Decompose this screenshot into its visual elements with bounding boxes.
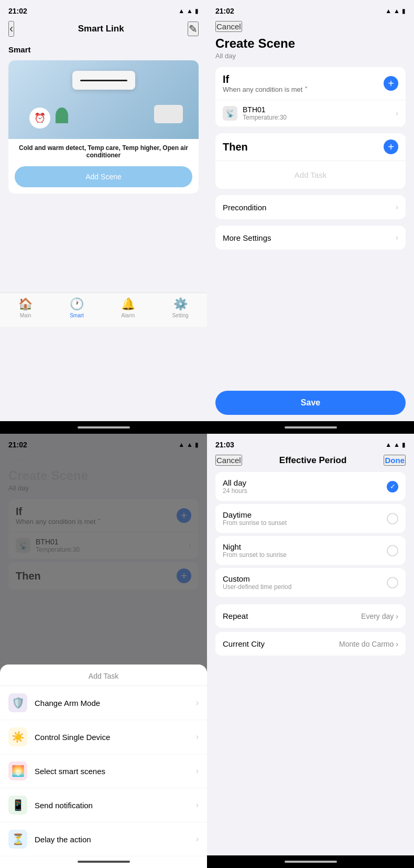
home-icon: 🏠 bbox=[18, 297, 32, 311]
page-title-2: Create Scene bbox=[207, 36, 414, 51]
wifi-icon-2: ▲ bbox=[385, 7, 391, 15]
notification-chevron: › bbox=[196, 800, 199, 810]
done-button[interactable]: Done bbox=[384, 455, 406, 466]
plant-decoration bbox=[56, 108, 68, 123]
more-settings-row[interactable]: More Settings › bbox=[215, 226, 406, 250]
then-add-button[interactable]: + bbox=[384, 140, 398, 154]
ac-strip bbox=[80, 80, 127, 81]
modal-item-delay[interactable]: ⏳ Delay the action › bbox=[0, 822, 207, 856]
then-header: Then + bbox=[215, 133, 406, 161]
period-title: Effective Period bbox=[279, 455, 347, 466]
modal-item-smart-scenes[interactable]: 🌅 Select smart scenes › bbox=[0, 754, 207, 788]
period-custom-radio[interactable] bbox=[387, 577, 398, 588]
back-button[interactable]: ‹ bbox=[8, 21, 14, 37]
precondition-row[interactable]: Precondition › bbox=[215, 195, 406, 219]
smart-scenes-icon: 🌅 bbox=[8, 762, 27, 780]
smart-scenes-chevron: › bbox=[196, 766, 199, 776]
status-time-2: 21:02 bbox=[215, 7, 234, 15]
panel-smart-link: 21:02 ▲ ▲ ▮ ‹ Smart Link ✎ Smart ⏰ Cold … bbox=[0, 0, 207, 434]
period-custom-sub: User-defined time period bbox=[223, 583, 291, 591]
status-bar-4: 21:03 ▲ ▲ ▮ bbox=[207, 434, 414, 453]
home-bar-1 bbox=[0, 421, 207, 434]
add-task-placeholder: Add Task bbox=[215, 161, 406, 189]
all-day-label-2: All day bbox=[207, 51, 414, 64]
arm-mode-icon: 🛡️ bbox=[8, 693, 27, 712]
period-night[interactable]: Night From sunset to sunrise bbox=[215, 536, 406, 565]
precondition-label: Precondition bbox=[223, 203, 266, 212]
period-daytime-name: Daytime bbox=[223, 510, 287, 519]
city-label: Current City bbox=[223, 639, 265, 648]
delay-label: Delay the action bbox=[35, 835, 189, 844]
status-time-1: 21:02 bbox=[8, 7, 27, 15]
tab-setting-label: Setting bbox=[172, 313, 188, 318]
panel-create-scene: 21:02 ▲ ▲ ▮ Cancel Create Scene All day … bbox=[207, 0, 414, 434]
city-row[interactable]: Current City Monte do Carmo › bbox=[215, 632, 406, 656]
if-section: If When any condition is met ˅ + 📡 BTH01… bbox=[215, 67, 406, 127]
battery-icon: ▮ bbox=[195, 7, 199, 15]
control-device-label: Control Single Device bbox=[35, 733, 189, 742]
period-night-sub: From sunset to sunrise bbox=[223, 551, 287, 559]
period-all-day-sub: 24 hours bbox=[223, 487, 247, 495]
bed-pillow bbox=[154, 105, 183, 123]
period-daytime[interactable]: Daytime From sunrise to sunset bbox=[215, 504, 406, 533]
repeat-row[interactable]: Repeat Every day › bbox=[215, 604, 406, 628]
scene-card: ⏰ Cold and warm detect, Temp care, Temp … bbox=[8, 60, 199, 194]
device-icon: 📡 bbox=[223, 106, 237, 121]
add-scene-button[interactable]: Add Scene bbox=[15, 166, 192, 187]
condition-info: BTH01 Temperature:30 bbox=[243, 105, 390, 121]
arm-mode-label: Change Arm Mode bbox=[35, 699, 189, 708]
more-settings-chevron: › bbox=[396, 233, 398, 242]
save-button[interactable]: Save bbox=[215, 391, 406, 415]
city-value: Monte do Carmo › bbox=[339, 640, 398, 648]
notification-label: Send notification bbox=[35, 801, 189, 810]
city-chevron: › bbox=[396, 640, 398, 648]
modal-item-arm-mode[interactable]: 🛡️ Change Arm Mode › bbox=[0, 686, 207, 720]
tab-alarm[interactable]: 🔔 Alarm bbox=[121, 297, 135, 318]
scene-image: ⏰ bbox=[8, 60, 199, 139]
setting-icon: ⚙️ bbox=[173, 297, 188, 311]
if-add-button[interactable]: + bbox=[384, 76, 398, 91]
modal-item-control-device[interactable]: ☀️ Control Single Device › bbox=[0, 720, 207, 754]
cancel-button-4[interactable]: Cancel bbox=[215, 455, 242, 466]
wifi-icon: ▲ bbox=[178, 7, 184, 15]
if-sub: When any condition is met ˅ bbox=[223, 85, 308, 93]
modal-item-notification[interactable]: 📱 Send notification › bbox=[0, 788, 207, 822]
period-all-day-radio[interactable] bbox=[387, 481, 398, 492]
if-header: If When any condition is met ˅ + bbox=[215, 67, 406, 100]
modal-home-bar bbox=[0, 856, 207, 868]
period-custom[interactable]: Custom User-defined time period bbox=[215, 568, 406, 597]
battery-icon-2: ▮ bbox=[402, 7, 406, 15]
period-night-radio[interactable] bbox=[387, 545, 398, 556]
device-name: BTH01 bbox=[243, 105, 390, 114]
device-value: Temperature:30 bbox=[243, 114, 390, 121]
scene-description: Cold and warm detect, Temp care, Temp hi… bbox=[8, 139, 199, 164]
notification-icon: 📱 bbox=[8, 796, 27, 815]
signal-icon-4: ▲ bbox=[394, 441, 400, 448]
period-all-day-info: All day 24 hours bbox=[223, 478, 247, 495]
side-table: ⏰ bbox=[29, 108, 50, 128]
smart-icon: 🕐 bbox=[70, 297, 84, 311]
edit-button[interactable]: ✎ bbox=[188, 22, 199, 36]
period-night-name: Night bbox=[223, 542, 287, 551]
period-custom-name: Custom bbox=[223, 574, 291, 583]
tab-smart[interactable]: 🕐 Smart bbox=[70, 297, 84, 318]
condition-row[interactable]: 📡 BTH01 Temperature:30 › bbox=[215, 100, 406, 127]
control-device-icon: ☀️ bbox=[8, 727, 27, 746]
condition-chevron: › bbox=[396, 109, 398, 118]
period-daytime-radio[interactable] bbox=[387, 513, 398, 524]
tab-main[interactable]: 🏠 Main bbox=[18, 297, 32, 318]
control-device-chevron: › bbox=[196, 732, 199, 742]
home-indicator-4 bbox=[285, 861, 337, 863]
smart-scenes-label: Select smart scenes bbox=[35, 767, 189, 776]
period-all-day[interactable]: All day 24 hours bbox=[215, 472, 406, 501]
status-icons-4: ▲ ▲ ▮ bbox=[385, 441, 406, 448]
tab-bar: 🏠 Main 🕐 Smart 🔔 Alarm ⚙️ Setting bbox=[0, 293, 207, 327]
modal-header: Add Task bbox=[0, 665, 207, 686]
nav-bar-4: Cancel Effective Period Done bbox=[207, 453, 414, 470]
cancel-button-2[interactable]: Cancel bbox=[215, 21, 242, 32]
alarm-icon: 🔔 bbox=[121, 297, 135, 311]
status-icons-1: ▲ ▲ ▮ bbox=[178, 7, 199, 15]
status-bar-2: 21:02 ▲ ▲ ▮ bbox=[207, 0, 414, 19]
tab-setting[interactable]: ⚙️ Setting bbox=[172, 297, 188, 318]
tab-alarm-label: Alarm bbox=[121, 313, 135, 318]
